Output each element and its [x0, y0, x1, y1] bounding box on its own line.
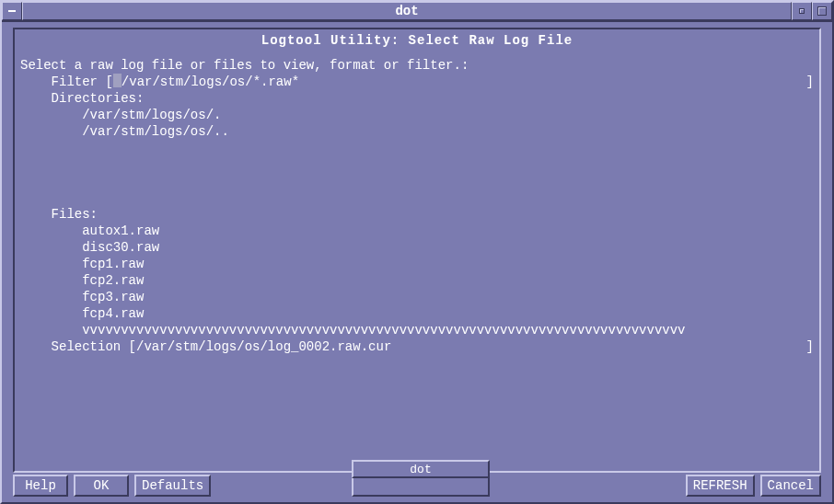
- files-list[interactable]: autox1.raw disc30.raw fcp1.raw fcp2.raw …: [17, 223, 817, 338]
- maximize-button[interactable]: [812, 2, 832, 20]
- text-cursor: [113, 74, 122, 87]
- list-item[interactable]: /var/stm/logs/os/..: [20, 123, 817, 140]
- window-title: dot: [22, 2, 792, 20]
- defaults-button[interactable]: Defaults: [134, 475, 211, 497]
- directories-list[interactable]: /var/stm/logs/os/. /var/stm/logs/os/..: [17, 107, 817, 140]
- window-menu-button[interactable]: [2, 2, 22, 20]
- page-title: Logtool Utility: Select Raw Log File: [17, 33, 817, 48]
- files-label: Files:: [17, 206, 817, 223]
- list-item[interactable]: fcp2.raw: [20, 272, 817, 289]
- client-area: Logtool Utility: Select Raw Log File Sel…: [4, 24, 830, 500]
- instruction-text: Select a raw log file or files to view, …: [17, 57, 817, 74]
- list-item[interactable]: /var/stm/logs/os/.: [20, 107, 817, 123]
- selection-input[interactable]: [136, 338, 806, 355]
- filter-label: Filter [: [20, 74, 113, 90]
- selection-close-bracket: ]: [806, 338, 814, 355]
- filter-close-bracket: ]: [806, 74, 814, 90]
- titlebar: dot: [2, 2, 832, 22]
- button-bar: Help OK Defaults REFRESH Cancel: [13, 475, 821, 497]
- list-item[interactable]: disc30.raw: [20, 239, 817, 256]
- scroll-down-indicator[interactable]: vvvvvvvvvvvvvvvvvvvvvvvvvvvvvvvvvvvvvvvv…: [20, 322, 817, 338]
- cancel-button[interactable]: Cancel: [760, 475, 821, 497]
- filter-input[interactable]: [122, 74, 806, 90]
- list-item[interactable]: fcp4.raw: [20, 305, 817, 322]
- selection-row: Selection [ ]: [17, 338, 817, 355]
- window-frame: dot Logtool Utility: Select Raw Log File…: [0, 0, 834, 504]
- refresh-button[interactable]: REFRESH: [686, 475, 755, 497]
- list-item[interactable]: autox1.raw: [20, 223, 817, 239]
- minimize-button[interactable]: [792, 2, 812, 20]
- selection-label: Selection [: [20, 338, 136, 355]
- directories-label: Directories:: [17, 90, 817, 107]
- content-frame: Logtool Utility: Select Raw Log File Sel…: [13, 28, 821, 473]
- list-item[interactable]: fcp1.raw: [20, 256, 817, 272]
- list-item[interactable]: fcp3.raw: [20, 289, 817, 305]
- help-button[interactable]: Help: [13, 475, 68, 497]
- ok-button[interactable]: OK: [74, 475, 129, 497]
- filter-row: Filter [ ]: [17, 74, 817, 90]
